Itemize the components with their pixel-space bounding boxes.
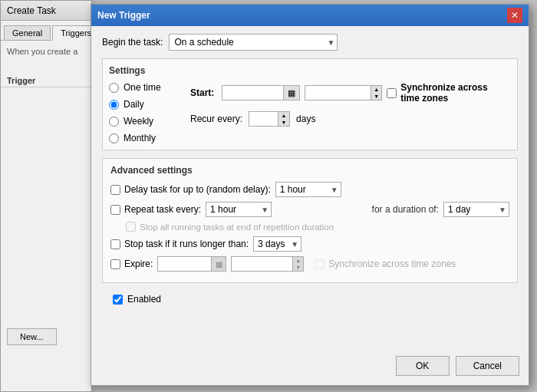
sync-label: Synchronize across time zones (400, 82, 508, 104)
expire-calendar-button[interactable]: ▦ (211, 256, 226, 272)
radio-weekly[interactable]: Weekly (109, 116, 178, 127)
enabled-checkbox[interactable] (113, 295, 123, 305)
expire-time-wrap: 10:32:09 AM ▲ ▼ (231, 256, 304, 272)
create-task-title: Create Task (7, 5, 56, 16)
tab-general[interactable]: General (4, 25, 51, 40)
close-button[interactable]: ✕ (507, 8, 522, 23)
settings-inner: One time Daily Weekly Monthly (109, 82, 511, 143)
time-up-button[interactable]: ▲ (371, 86, 381, 93)
new-trigger-dialog: New Trigger ✕ Begin the task: On a sched… (91, 4, 529, 386)
advanced-legend: Advanced settings (110, 165, 509, 176)
enabled-label[interactable]: Enabled (127, 294, 161, 305)
recur-input-wrap: 1 ▲ ▼ (249, 111, 290, 127)
cancel-button[interactable]: Cancel (456, 356, 519, 376)
begin-task-label: Begin the task: (102, 37, 163, 48)
delay-task-label[interactable]: Delay task for up to (random delay): (110, 184, 271, 195)
repeat-checkbox[interactable] (110, 205, 120, 215)
repeat-select-wrap[interactable]: 1 hour 30 minutes 15 minutes ▼ (206, 202, 272, 217)
begin-task-row: Begin the task: On a schedule At log on … (102, 34, 518, 51)
time-down-button[interactable]: ▼ (371, 93, 381, 100)
radio-daily[interactable]: Daily (109, 99, 178, 110)
stop-task-label[interactable]: Stop task if it runs longer than: (110, 239, 249, 249)
sync-checkbox-row[interactable]: Synchronize across time zones (387, 82, 508, 104)
begin-task-select[interactable]: On a schedule At log on At startup On id… (169, 34, 338, 51)
repeat-task-label[interactable]: Repeat task every: (110, 204, 201, 215)
dialog-titlebar: New Trigger ✕ (91, 5, 529, 26)
recur-unit: days (296, 114, 315, 124)
delay-task-row: Delay task for up to (random delay): 1 h… (110, 182, 509, 197)
stop-task-checkbox[interactable] (110, 239, 120, 249)
sync-checkbox[interactable] (387, 88, 397, 98)
start-section: Start: 4/ 4/2018 ▦ 10:32:08 AM ▲ ▼ (190, 82, 511, 143)
for-duration-label: for a duration of: (372, 204, 439, 215)
radio-onetime[interactable]: One time (109, 82, 178, 93)
create-task-window: Create Task General Triggers When you cr… (0, 0, 92, 392)
expire-row: Expire: 4/ 4/2019 ▦ 10:32:09 AM ▲ ▼ Sync… (110, 256, 509, 272)
create-task-tabs: General Triggers (1, 21, 91, 41)
create-task-titlebar: Create Task (1, 1, 91, 21)
expire-sync-row: Synchronize across time zones (315, 259, 456, 269)
stop-all-checkbox (126, 222, 136, 232)
delay-select-wrap[interactable]: 1 hour 30 minutes 2 hours ▼ (275, 182, 341, 197)
start-date-wrap: 4/ 4/2018 ▦ (222, 85, 300, 100)
expire-checkbox[interactable] (110, 259, 120, 269)
recur-down-button[interactable]: ▼ (278, 119, 289, 126)
create-task-content: When you create a (1, 41, 91, 62)
stop-all-label: Stop all running tasks at end of repetit… (140, 222, 334, 232)
recur-label: Recur every: (190, 114, 242, 124)
expire-time-up-button[interactable]: ▲ (293, 257, 303, 264)
begin-task-select-wrapper[interactable]: On a schedule At log on At startup On id… (169, 34, 338, 51)
start-date-input[interactable]: 4/ 4/2018 (222, 85, 283, 100)
enabled-row: Enabled (102, 289, 518, 309)
expire-sync-checkbox (315, 259, 325, 269)
recur-spin-buttons: ▲ ▼ (278, 111, 290, 127)
recur-row: Recur every: 1 ▲ ▼ days (190, 111, 511, 127)
advanced-settings-group: Advanced settings Delay task for up to (… (102, 158, 518, 283)
stop-task-row: Stop task if it runs longer than: 3 days… (110, 236, 509, 252)
expire-time-down-button[interactable]: ▼ (293, 264, 303, 271)
expire-time-input[interactable]: 10:32:09 AM (231, 256, 292, 272)
stop-task-select[interactable]: 3 days 1 day 1 hour (253, 236, 301, 252)
start-time-input[interactable]: 10:32:08 AM (305, 85, 371, 100)
stop-all-row: Stop all running tasks at end of repetit… (110, 222, 509, 232)
delay-checkbox[interactable] (110, 185, 120, 195)
expire-time-spin-buttons: ▲ ▼ (292, 256, 304, 272)
expire-date-input[interactable]: 4/ 4/2019 (157, 256, 211, 272)
time-spin-buttons: ▲ ▼ (371, 85, 382, 100)
repeat-select[interactable]: 1 hour 30 minutes 15 minutes (206, 202, 272, 217)
dialog-title: New Trigger (97, 10, 150, 21)
recur-input[interactable]: 1 (249, 111, 278, 127)
new-button[interactable]: New... (7, 328, 57, 345)
for-duration-select[interactable]: 1 day 30 minutes 1 hour (443, 202, 509, 217)
for-duration-select-wrap[interactable]: 1 day 30 minutes 1 hour ▼ (443, 202, 509, 217)
trigger-column-header: Trigger (1, 74, 91, 87)
start-time-wrap: 10:32:08 AM ▲ ▼ (305, 85, 382, 100)
start-date-calendar-button[interactable]: ▦ (283, 85, 300, 100)
ok-button[interactable]: OK (396, 356, 450, 376)
expire-label[interactable]: Expire: (110, 259, 153, 269)
expire-date-wrap: 4/ 4/2019 ▦ (157, 256, 226, 272)
settings-group: Settings One time Daily Weekly (102, 58, 518, 150)
repeat-task-row: Repeat task every: 1 hour 30 minutes 15 … (110, 202, 509, 217)
expire-sync-label: Synchronize across time zones (328, 259, 456, 269)
stop-task-select-wrap[interactable]: 3 days 1 day 1 hour ▼ (253, 236, 301, 252)
start-label: Start: (190, 87, 214, 98)
start-row: Start: 4/ 4/2018 ▦ 10:32:08 AM ▲ ▼ (190, 82, 511, 104)
radio-monthly[interactable]: Monthly (109, 133, 178, 143)
settings-legend: Settings (109, 65, 511, 76)
recur-up-button[interactable]: ▲ (278, 112, 289, 119)
dialog-body: Begin the task: On a schedule At log on … (91, 26, 529, 317)
radio-group: One time Daily Weekly Monthly (109, 82, 178, 143)
delay-select[interactable]: 1 hour 30 minutes 2 hours (275, 182, 341, 197)
dialog-footer: OK Cancel (396, 356, 519, 376)
